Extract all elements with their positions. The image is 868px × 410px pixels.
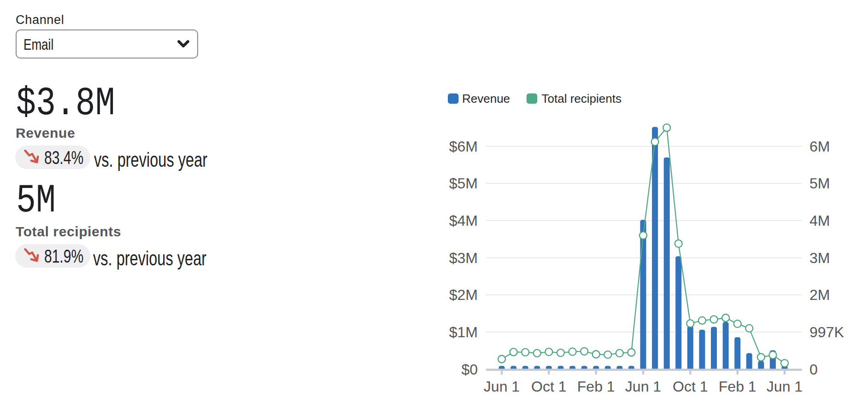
svg-text:3M: 3M: [809, 250, 830, 266]
svg-text:Revenue: Revenue: [462, 92, 510, 105]
svg-text:Jun 1: Jun 1: [767, 378, 803, 395]
svg-text:5M: 5M: [809, 175, 830, 192]
svg-text:$5M: $5M: [449, 175, 478, 192]
svg-text:Oct 1: Oct 1: [673, 378, 708, 395]
svg-text:Oct 1: Oct 1: [531, 378, 566, 395]
svg-text:$2M: $2M: [449, 287, 478, 303]
svg-text:4M: 4M: [809, 212, 830, 229]
svg-text:997K: 997K: [809, 324, 844, 340]
svg-text:Feb 1: Feb 1: [577, 378, 615, 395]
svg-text:$0: $0: [461, 361, 478, 378]
svg-text:Jun 1: Jun 1: [484, 378, 520, 395]
svg-text:Total recipients: Total recipients: [542, 92, 622, 105]
svg-text:$3M: $3M: [449, 250, 478, 266]
svg-text:6M: 6M: [809, 138, 830, 155]
svg-text:Feb 1: Feb 1: [719, 378, 757, 395]
svg-text:$6M: $6M: [449, 138, 478, 155]
svg-text:$1M: $1M: [449, 324, 478, 340]
svg-text:$4M: $4M: [449, 212, 478, 229]
svg-text:0: 0: [809, 361, 818, 378]
svg-text:2M: 2M: [809, 287, 830, 303]
svg-text:Jun 1: Jun 1: [625, 378, 661, 395]
